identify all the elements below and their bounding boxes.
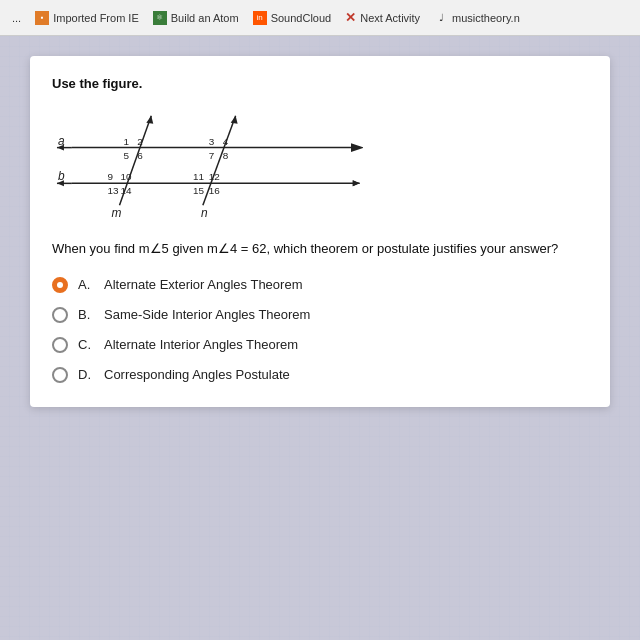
build-atom-icon: ⚛ xyxy=(153,11,167,25)
svg-text:15: 15 xyxy=(193,185,205,196)
figure-area: a b m n xyxy=(52,103,588,223)
soundcloud-icon: in xyxy=(253,11,267,25)
use-figure-label: Use the figure. xyxy=(52,76,588,91)
option-c-letter: C. xyxy=(78,337,94,352)
radio-a[interactable] xyxy=(52,277,68,293)
svg-text:11: 11 xyxy=(193,171,205,182)
content-card: Use the figure. a b xyxy=(30,56,610,407)
option-c-text: Alternate Interior Angles Theorem xyxy=(104,337,298,352)
svg-text:5: 5 xyxy=(123,150,129,161)
svg-marker-8 xyxy=(353,180,360,186)
geometry-figure: a b m n xyxy=(52,103,588,223)
browser-back[interactable]: ... xyxy=(8,10,25,26)
svg-text:4: 4 xyxy=(223,136,229,147)
radio-d[interactable] xyxy=(52,367,68,383)
option-b-text: Same-Side Interior Angles Theorem xyxy=(104,307,310,322)
radio-b[interactable] xyxy=(52,307,68,323)
svg-text:1: 1 xyxy=(123,136,129,147)
svg-text:12: 12 xyxy=(209,171,221,182)
svg-text:9: 9 xyxy=(108,171,114,182)
svg-text:a: a xyxy=(58,134,65,148)
answer-options: A. Alternate Exterior Angles Theorem B. … xyxy=(52,277,588,383)
svg-text:n: n xyxy=(201,206,208,220)
svg-marker-32 xyxy=(353,145,360,151)
svg-text:14: 14 xyxy=(120,185,132,196)
main-area: Use the figure. a b xyxy=(0,36,640,640)
option-c[interactable]: C. Alternate Interior Angles Theorem xyxy=(52,337,588,353)
svg-text:8: 8 xyxy=(223,150,229,161)
tab-soundcloud[interactable]: in SoundCloud xyxy=(249,9,336,27)
option-d[interactable]: D. Corresponding Angles Postulate xyxy=(52,367,588,383)
tab-musictheory-label: musictheory.n xyxy=(452,12,520,24)
option-d-letter: D. xyxy=(78,367,94,382)
question-text: When you find m∠5 given m∠4 = 62, which … xyxy=(52,239,588,259)
svg-text:6: 6 xyxy=(137,150,143,161)
svg-marker-14 xyxy=(231,116,238,124)
tab-soundcloud-label: SoundCloud xyxy=(271,12,332,24)
musictheory-icon: ♩ xyxy=(434,11,448,25)
option-b[interactable]: B. Same-Side Interior Angles Theorem xyxy=(52,307,588,323)
option-b-letter: B. xyxy=(78,307,94,322)
option-a-text: Alternate Exterior Angles Theorem xyxy=(104,277,302,292)
svg-text:10: 10 xyxy=(120,171,132,182)
tab-musictheory[interactable]: ♩ musictheory.n xyxy=(430,9,524,27)
svg-text:2: 2 xyxy=(137,136,143,147)
svg-text:16: 16 xyxy=(209,185,221,196)
browser-bar: ... ▪ Imported From IE ⚛ Build an Atom i… xyxy=(0,0,640,36)
option-d-text: Corresponding Angles Postulate xyxy=(104,367,290,382)
svg-text:m: m xyxy=(112,206,122,220)
tab-build-atom-label: Build an Atom xyxy=(171,12,239,24)
svg-text:b: b xyxy=(58,169,65,183)
option-a[interactable]: A. Alternate Exterior Angles Theorem xyxy=(52,277,588,293)
imported-ie-icon: ▪ xyxy=(35,11,49,25)
svg-text:3: 3 xyxy=(209,136,215,147)
tab-imported-ie[interactable]: ▪ Imported From IE xyxy=(31,9,143,27)
option-a-letter: A. xyxy=(78,277,94,292)
tab-next-activity-label: Next Activity xyxy=(360,12,420,24)
tab-imported-ie-label: Imported From IE xyxy=(53,12,139,24)
svg-text:7: 7 xyxy=(209,150,215,161)
next-activity-icon: ✕ xyxy=(345,10,356,25)
tab-next-activity[interactable]: ✕ Next Activity xyxy=(341,8,424,27)
radio-c[interactable] xyxy=(52,337,68,353)
svg-text:13: 13 xyxy=(108,185,120,196)
tab-build-atom[interactable]: ⚛ Build an Atom xyxy=(149,9,243,27)
svg-marker-11 xyxy=(146,116,153,124)
